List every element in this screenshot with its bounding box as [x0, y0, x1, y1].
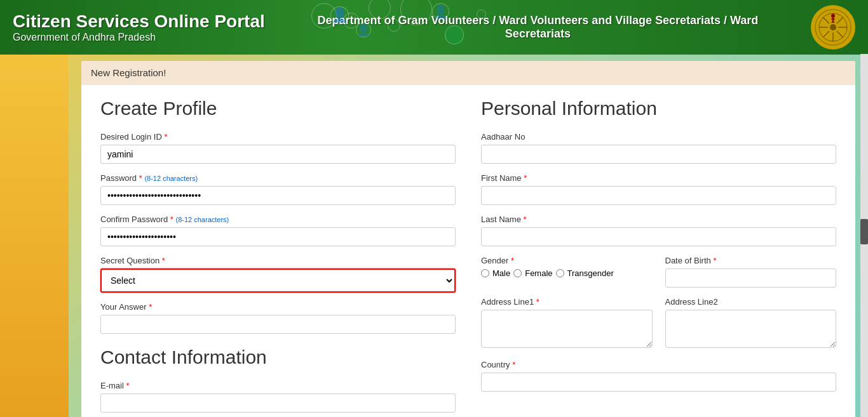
header-left: Citizen Services Online Portal Governmen… — [13, 11, 265, 43]
secret-question-select[interactable]: Select What is your mother's maiden name… — [100, 268, 456, 293]
address-line1-input[interactable] — [481, 310, 653, 348]
form-right: Personal Information Aadhaar No First Na… — [481, 98, 836, 417]
personal-info-heading: Personal Information — [481, 98, 836, 119]
dob-label: Date of Birth * — [665, 256, 837, 265]
address-row: Address Line1 * Address Line2 — [481, 297, 836, 360]
secret-question-group: Secret Question * Select What is your mo… — [100, 256, 456, 293]
confirm-password-group: Confirm Password * (8-12 characters) — [100, 215, 456, 246]
desired-login-id-group: Desired Login ID * — [100, 132, 456, 164]
gender-label: Gender * — [481, 256, 653, 265]
gender-male-label: Male — [492, 268, 510, 278]
gender-options: Male Female Transgender — [481, 268, 653, 278]
required-marker-8: * — [524, 215, 527, 224]
password-hint: (8-12 characters) — [144, 175, 198, 182]
svg-point-2 — [830, 24, 836, 30]
gender-radio-male[interactable] — [481, 269, 489, 277]
email-input[interactable] — [100, 394, 456, 413]
required-marker-6: * — [126, 381, 129, 390]
page-content: New Registration! Create Profile Desired… — [81, 61, 855, 417]
first-name-input[interactable] — [481, 186, 836, 205]
gender-group: Gender * Male Female Transgender — [481, 256, 653, 288]
confirm-password-hint: (8-12 characters) — [176, 216, 229, 223]
aadhaar-label: Aadhaar No — [481, 132, 836, 142]
form-columns: Create Profile Desired Login ID * Passwo… — [100, 98, 836, 417]
gender-female-label: Female — [525, 268, 552, 278]
govt-logo — [811, 5, 855, 50]
required-marker-5: * — [149, 302, 152, 312]
gender-radio-female[interactable] — [513, 269, 522, 277]
address-line1-group: Address Line1 * — [481, 297, 653, 350]
aadhaar-group: Aadhaar No — [481, 132, 836, 164]
create-profile-heading: Create Profile — [100, 98, 456, 119]
first-name-group: First Name * — [481, 173, 836, 205]
password-input[interactable] — [100, 186, 456, 205]
form-left: Create Profile Desired Login ID * Passwo… — [100, 98, 456, 417]
first-name-label: First Name * — [481, 173, 836, 183]
gender-dob-row: Gender * Male Female Transgender — [481, 256, 836, 297]
dept-name: Department of Gram Volunteers / Ward Vol… — [265, 14, 811, 41]
required-marker-4: * — [162, 256, 165, 265]
required-marker-3: * — [170, 215, 173, 224]
main-wrapper: New Registration! Create Profile Desired… — [69, 61, 868, 417]
required-marker: * — [164, 132, 167, 142]
secret-question-label: Secret Question * — [100, 256, 456, 265]
password-label: Password * (8-12 characters) — [100, 173, 456, 183]
required-marker-9: * — [511, 256, 514, 265]
dob-input[interactable] — [665, 268, 837, 288]
page-title-bar: New Registration! — [81, 61, 855, 85]
required-marker-12: * — [512, 360, 515, 369]
svg-point-11 — [831, 14, 835, 18]
left-decorative-bar — [0, 0, 69, 417]
country-input[interactable] — [481, 373, 836, 392]
last-name-input[interactable] — [481, 227, 836, 246]
desired-login-id-label: Desired Login ID * — [100, 132, 456, 142]
confirm-password-input[interactable] — [100, 227, 456, 246]
portal-subtitle: Government of Andhra Pradesh — [13, 32, 265, 43]
email-label: E-mail * — [100, 381, 456, 390]
desired-login-id-input[interactable] — [100, 145, 456, 164]
gender-transgender-label: Transgender — [567, 268, 614, 278]
your-answer-group: Your Answer * — [100, 302, 456, 334]
email-group: E-mail * — [100, 381, 456, 413]
contact-info-heading: Contact Information — [100, 347, 456, 368]
your-answer-input[interactable] — [100, 315, 456, 334]
country-label: Country * — [481, 360, 836, 369]
last-name-label: Last Name * — [481, 215, 836, 224]
gender-radio-transgender[interactable] — [556, 269, 564, 277]
dob-group: Date of Birth * — [665, 256, 837, 288]
address-line2-label: Address Line2 — [665, 297, 837, 307]
aadhaar-input[interactable] — [481, 145, 836, 164]
confirm-password-label: Confirm Password * (8-12 characters) — [100, 215, 456, 224]
last-name-group: Last Name * — [481, 215, 836, 246]
portal-title: Citizen Services Online Portal — [13, 11, 265, 32]
country-group: Country * — [481, 360, 836, 392]
address-line2-input[interactable] — [665, 310, 837, 348]
header: 👤 👤 👤 Citizen Services Online Portal Gov… — [0, 0, 868, 55]
page-title: New Registration! — [91, 67, 166, 78]
required-marker-11: * — [536, 297, 539, 307]
required-marker-2: * — [139, 173, 142, 183]
address-line1-label: Address Line1 * — [481, 297, 653, 307]
password-group: Password * (8-12 characters) — [100, 173, 456, 205]
required-marker-10: * — [713, 256, 716, 265]
your-answer-label: Your Answer * — [100, 302, 456, 312]
required-marker-7: * — [524, 173, 527, 183]
address-line2-group: Address Line2 — [665, 297, 837, 350]
